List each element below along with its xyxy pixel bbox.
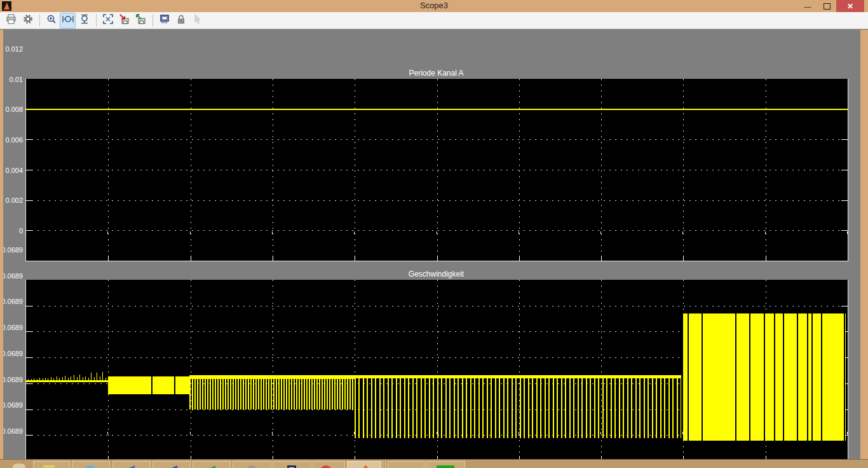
- y-tick-label: 0.0689: [0, 350, 23, 357]
- signal-gap-line: [702, 313, 703, 441]
- signal-baseline: [26, 380, 108, 382]
- toolbar-floating-scope-button[interactable]: [156, 13, 172, 29]
- y-tick-mark: [841, 139, 848, 140]
- taskbar-start-icon-icon[interactable]: [13, 464, 25, 468]
- toolbar-parameters-button[interactable]: [20, 13, 36, 29]
- signal-spike: [28, 379, 29, 380]
- plot2-axes-geschwindigkeit[interactable]: [25, 280, 848, 462]
- taskbar-blue-circle-button[interactable]: [72, 461, 110, 468]
- gridline-vertical: [601, 79, 602, 261]
- signal-oscillation-stripes: [189, 379, 355, 410]
- x-tick-mark-outer: [682, 231, 683, 234]
- autoscale-icon: [103, 14, 113, 27]
- signal-spike: [85, 376, 86, 380]
- x-tick-mark-outer: [25, 432, 26, 434]
- signal-gap-line: [821, 313, 822, 441]
- y-tick-mark: [26, 331, 32, 332]
- x-tick-mark: [601, 256, 602, 261]
- gridline-vertical: [683, 79, 684, 261]
- taskbar-empty-button[interactable]: [388, 461, 424, 468]
- toolbar-autoscale-button[interactable]: [100, 13, 116, 29]
- y-tick-label: 0.0689: [0, 324, 23, 331]
- taskbar-green-app-button[interactable]: [193, 461, 231, 468]
- y-tick-label: 0.002: [0, 196, 23, 204]
- window-controls: — ✕: [798, 0, 864, 12]
- x-tick-mark: [273, 256, 273, 261]
- toolbar-restore-axes-settings-button[interactable]: [133, 13, 149, 29]
- taskbar-window-app-button[interactable]: [273, 461, 311, 468]
- signal-spike: [105, 378, 106, 380]
- x-tick-mark-outer: [682, 432, 683, 434]
- x-tick-mark: [191, 256, 191, 261]
- close-button[interactable]: ✕: [836, 0, 864, 12]
- x-tick-mark-outer: [25, 231, 26, 234]
- signal-spike: [74, 375, 74, 380]
- y-tick-mark: [26, 357, 32, 358]
- toolbar-separator: [39, 14, 40, 27]
- window-title: Scope3: [0, 1, 868, 10]
- save-axes-settings-icon: [119, 14, 130, 27]
- taskbar-excel-button[interactable]: [426, 461, 465, 468]
- signal-gap-line: [811, 313, 813, 441]
- y-tick-label: 0.01: [0, 76, 23, 83]
- signal-spike: [94, 377, 95, 380]
- signal-spike: [91, 373, 92, 380]
- signal-spike: [31, 379, 32, 380]
- signal-spike: [68, 378, 69, 380]
- taskbar-folder-icon: [43, 465, 55, 468]
- taskbar-blue-app-1-icon: [121, 465, 135, 468]
- x-tick-mark: [355, 256, 355, 261]
- y-tick-mark: [841, 230, 848, 231]
- taskbar-folder-button[interactable]: [33, 461, 70, 468]
- toolbar-lock-axes-button[interactable]: [173, 13, 189, 29]
- signal-gap-line: [749, 313, 750, 441]
- x-tick-mark: [108, 256, 109, 261]
- taskbar-blue-app-2-button[interactable]: [153, 461, 191, 468]
- y-tick-label: 0.004: [0, 167, 23, 174]
- titlebar: Scope3 — ✕: [0, 0, 868, 12]
- taskbar-active-app-button[interactable]: [347, 461, 381, 468]
- minimize-button[interactable]: —: [798, 0, 817, 12]
- toolbar-zoom-y-button[interactable]: [76, 13, 92, 29]
- screen: Scope3 — ✕ Periode Kanal A Geschwindigke…: [0, 0, 868, 468]
- toolbar-save-axes-settings-button[interactable]: [116, 13, 132, 29]
- y-tick-mark: [26, 306, 32, 306]
- signal-spike: [102, 372, 103, 380]
- toolbar-print-button[interactable]: [3, 13, 19, 29]
- gridline-vertical: [273, 280, 273, 461]
- taskbar-blue-app-1-button[interactable]: [112, 461, 151, 468]
- signal-spike: [100, 376, 100, 380]
- x-tick-mark-outer: [765, 432, 766, 434]
- x-tick-mark-outer: [437, 231, 437, 234]
- x-tick-mark: [437, 256, 438, 261]
- x-tick-mark: [519, 256, 520, 261]
- maximize-button[interactable]: [817, 0, 836, 12]
- maximize-icon: [824, 3, 831, 10]
- lock-axes-icon: [176, 14, 186, 27]
- toolbar-separator: [153, 14, 153, 27]
- x-tick-mark-outer: [354, 231, 355, 234]
- y-tick-mark: [841, 170, 848, 170]
- signal-spike: [59, 378, 60, 380]
- toolbar-zoom-x-button[interactable]: [60, 13, 76, 29]
- signal-gap-line: [797, 313, 798, 441]
- signal-spike: [83, 377, 83, 380]
- taskbar-gray-app-button[interactable]: [233, 461, 271, 468]
- signal-gap-line: [688, 313, 689, 441]
- gridline-vertical: [766, 79, 766, 261]
- y-tick-label: 0.008: [0, 106, 23, 113]
- x-tick-mark-outer: [437, 432, 437, 434]
- minimize-icon: —: [804, 3, 811, 10]
- y-tick-label: 0.006: [0, 136, 23, 144]
- y-tick-mark: [26, 200, 32, 201]
- signal-spike: [48, 378, 48, 380]
- toolbar: [0, 12, 868, 29]
- print-icon: [6, 14, 17, 27]
- toolbar-signal-selection-button[interactable]: [189, 13, 205, 29]
- taskbar-green-app-icon: [201, 465, 215, 468]
- taskbar-red-circle-button[interactable]: [313, 461, 345, 468]
- gridline-vertical: [191, 280, 191, 461]
- toolbar-zoom-button[interactable]: [43, 13, 59, 29]
- signal-spike: [71, 376, 71, 380]
- signal-gap-line: [151, 376, 153, 394]
